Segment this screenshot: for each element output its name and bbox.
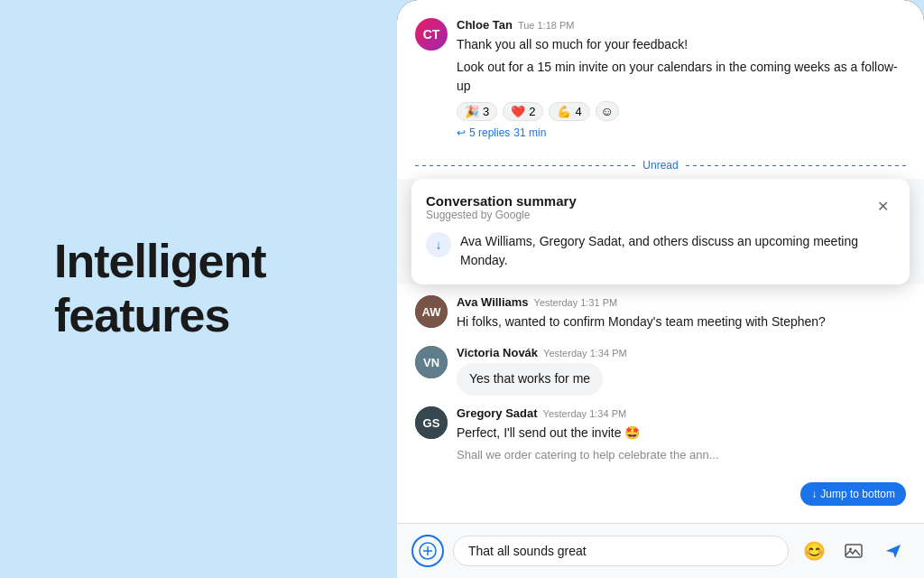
summary-card-header: Conversation summary Suggested by Google… <box>426 193 895 230</box>
unread-line-right <box>686 165 906 166</box>
sender-name-victoria: Victoria Novák <box>457 346 538 359</box>
jump-to-bottom-button[interactable]: ↓ Jump to bottom <box>800 482 906 506</box>
summary-down-icon: ↓ <box>426 232 451 257</box>
replies-icon: ↩ <box>457 126 466 139</box>
svg-point-10 <box>849 548 852 551</box>
summary-text: Ava Williams, Gregory Sadat, and others … <box>460 232 895 270</box>
message-text-ava: Hi folks, wanted to confirm Monday's tea… <box>457 312 906 331</box>
summary-subtitle: Suggested by Google <box>426 209 577 221</box>
timestamp-chloe: Tue 1:18 PM <box>518 20 575 31</box>
reaction-muscle[interactable]: 💪 4 <box>549 102 589 121</box>
sender-name-gregory: Gregory Sadat <box>457 406 538 420</box>
page-heading: Intelligent features <box>54 235 266 343</box>
svg-text:GS: GS <box>423 416 440 430</box>
left-panel: Intelligent features <box>0 0 397 578</box>
message-text-chloe-2: Look out for a 15 min invite on your cal… <box>457 58 906 96</box>
sender-name-ava: Ava Williams <box>457 295 529 309</box>
message-text-gregory-2: Shall we order catering to help celebrat… <box>457 446 906 464</box>
avatar-chloe: CT <box>415 18 448 51</box>
input-actions: 😊 <box>798 535 910 567</box>
top-messages-section: CT Chloe Tan Tue 1:18 PM Thank you all s… <box>397 0 924 152</box>
message-content-chloe: Chloe Tan Tue 1:18 PM Thank you all so m… <box>457 18 906 141</box>
summary-content: ↓ Ava Williams, Gregory Sadat, and other… <box>426 232 895 270</box>
message-text-chloe-1: Thank you all so much for your feedback! <box>457 35 906 54</box>
image-button[interactable] <box>837 535 870 567</box>
svg-text:AW: AW <box>422 305 442 319</box>
emoji-button[interactable]: 😊 <box>798 535 830 567</box>
message-header-chloe: Chloe Tan Tue 1:18 PM <box>457 18 906 32</box>
replies-time: 31 min <box>513 126 546 139</box>
timestamp-victoria: Yesterday 1:34 PM <box>543 348 627 359</box>
send-button[interactable] <box>877 535 910 567</box>
replies-count: 5 replies <box>469 126 510 139</box>
message-group-chloe: CT Chloe Tan Tue 1:18 PM Thank you all s… <box>415 18 906 141</box>
jump-to-bottom-label: Jump to bottom <box>820 488 895 500</box>
reactions-chloe: 🎉 3 ❤️ 2 💪 4 ☺ <box>457 101 906 121</box>
reaction-heart[interactable]: ❤️ 2 <box>503 102 543 121</box>
svg-text:VN: VN <box>423 356 439 369</box>
message-group-victoria: VN Victoria Novák Yesterday 1:34 PM Yes … <box>415 346 906 396</box>
input-area: 😊 <box>397 523 924 578</box>
chat-container: CT Chloe Tan Tue 1:18 PM Thank you all s… <box>397 0 924 578</box>
message-text-gregory-1: Perfect, I'll send out the invite 🤩 <box>457 424 906 443</box>
reaction-add-button[interactable]: ☺ <box>596 101 619 121</box>
summary-card: Conversation summary Suggested by Google… <box>411 179 910 284</box>
sender-name-chloe: Chloe Tan <box>457 18 513 32</box>
message-header-gregory: Gregory Sadat Yesterday 1:34 PM <box>457 406 906 420</box>
avatar-victoria: VN <box>415 346 448 378</box>
message-input-wrapper[interactable] <box>453 536 789 566</box>
message-input[interactable] <box>468 544 773 558</box>
message-bubble-victoria: Yes that works for me <box>457 363 603 396</box>
right-panel: CT Chloe Tan Tue 1:18 PM Thank you all s… <box>397 0 924 578</box>
unread-line-left <box>415 165 635 166</box>
timestamp-ava: Yesterday 1:31 PM <box>534 297 618 308</box>
replies-link[interactable]: ↩ 5 replies 31 min <box>457 125 906 141</box>
message-header-victoria: Victoria Novák Yesterday 1:34 PM <box>457 346 906 359</box>
unread-label: Unread <box>642 159 678 172</box>
message-group-ava: AW Ava Williams Yesterday 1:31 PM Hi fol… <box>415 295 906 335</box>
message-group-gregory: GS Gregory Sadat Yesterday 1:34 PM Perfe… <box>415 406 906 468</box>
summary-close-button[interactable]: ✕ <box>870 193 895 219</box>
summary-title: Conversation summary <box>426 193 577 209</box>
unread-divider: Unread <box>397 152 924 179</box>
image-icon <box>844 541 864 561</box>
avatar-gregory: GS <box>415 406 448 439</box>
message-content-victoria: Victoria Novák Yesterday 1:34 PM Yes tha… <box>457 346 906 396</box>
reaction-party[interactable]: 🎉 3 <box>457 102 497 121</box>
send-icon <box>883 541 903 561</box>
plus-icon <box>419 542 437 560</box>
timestamp-gregory: Yesterday 1:34 PM <box>543 408 627 419</box>
message-content-ava: Ava Williams Yesterday 1:31 PM Hi folks,… <box>457 295 906 335</box>
message-header-ava: Ava Williams Yesterday 1:31 PM <box>457 295 906 309</box>
avatar-ava: AW <box>415 295 448 328</box>
add-attachment-button[interactable] <box>411 535 444 567</box>
jump-down-icon: ↓ <box>811 488 817 500</box>
summary-title-group: Conversation summary Suggested by Google <box>426 193 577 230</box>
message-content-gregory: Gregory Sadat Yesterday 1:34 PM Perfect,… <box>457 406 906 468</box>
